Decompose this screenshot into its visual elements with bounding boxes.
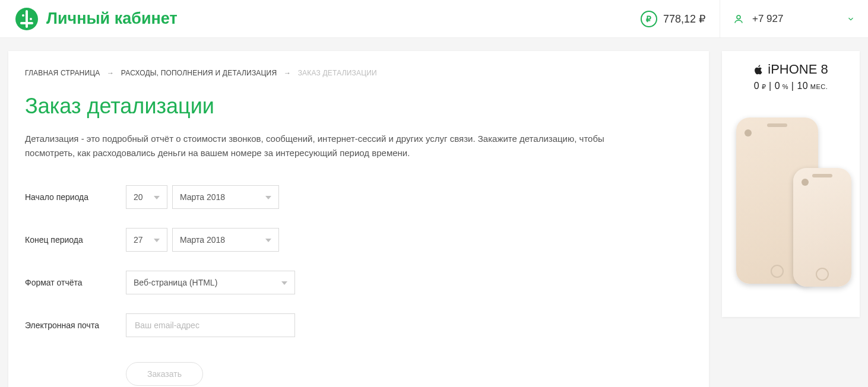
balance-value: 778,12 ₽ [663,12,705,26]
header: Личный кабинет ₽ 778,12 ₽ +7 927 [0,0,868,38]
breadcrumb-section[interactable]: РАСХОДЫ, ПОПОЛНЕНИЯ И ДЕТАЛИЗАЦИЯ [121,69,277,77]
start-period-label: Начало периода [25,192,126,202]
ad-banner[interactable]: iPHONE 8 0 ₽ | 0 % | 10 МЕС. [722,51,860,317]
chevron-down-icon [847,15,855,23]
end-period-label: Конец периода [25,235,126,245]
logo[interactable]: Личный кабинет [0,8,178,30]
breadcrumb-home[interactable]: ГЛАВНАЯ СТРАНИЦА [25,69,100,77]
caret-down-icon [265,239,271,242]
account-phone: +7 927 [752,13,783,25]
start-month-select[interactable]: Марта 2018 [172,185,279,209]
ruble-icon: ₽ [641,11,657,27]
logo-label: Личный кабинет [46,9,178,28]
format-select[interactable]: Веб-страница (HTML) [126,271,295,294]
page-description: Детализация - это подробный отчёт о стои… [25,132,642,160]
breadcrumb-current: ЗАКАЗ ДЕТАЛИЗАЦИИ [298,69,377,77]
arrow-right-icon: → [284,69,291,77]
ad-image [722,100,860,307]
order-button[interactable]: Заказать [126,362,203,386]
end-day-select[interactable]: 27 [126,228,167,252]
svg-point-0 [737,15,740,19]
email-field[interactable] [126,313,295,337]
page-title: Заказ детализации [25,94,692,119]
balance[interactable]: ₽ 778,12 ₽ [641,11,720,27]
caret-down-icon [281,281,287,285]
breadcrumb: ГЛАВНАЯ СТРАНИЦА → РАСХОДЫ, ПОПОЛНЕНИЯ И… [25,69,692,77]
ad-subtitle: 0 ₽ | 0 % | 10 МЕС. [722,81,860,91]
end-month-select[interactable]: Марта 2018 [172,228,279,252]
apple-icon [753,64,764,75]
format-label: Формат отчёта [25,278,126,287]
ad-title: iPHONE 8 [722,62,860,77]
email-label: Электронная почта [25,321,126,330]
start-day-select[interactable]: 20 [126,185,167,209]
caret-down-icon [154,239,160,242]
account-dropdown[interactable]: +7 927 [720,0,868,38]
user-icon [733,14,744,24]
logo-icon [15,8,38,30]
arrow-right-icon: → [107,69,114,77]
caret-down-icon [154,196,160,199]
caret-down-icon [265,196,271,199]
main-card: ГЛАВНАЯ СТРАНИЦА → РАСХОДЫ, ПОПОЛНЕНИЯ И… [8,51,709,387]
